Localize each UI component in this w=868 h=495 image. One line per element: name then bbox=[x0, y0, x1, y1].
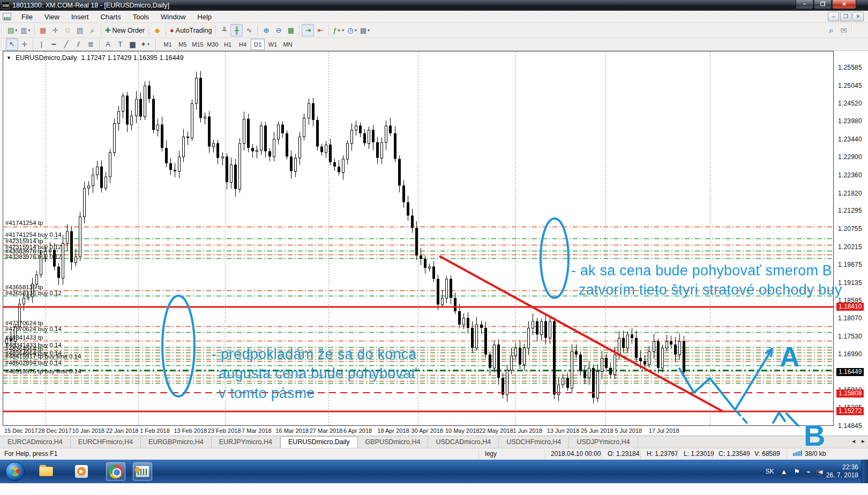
menu-charts[interactable]: Charts bbox=[94, 11, 126, 22]
tile-windows-button[interactable]: ▦ bbox=[285, 24, 297, 36]
metatrader-taskbar-icon[interactable] bbox=[133, 462, 152, 481]
dropdown-arrow-icon[interactable]: ▾ bbox=[342, 28, 344, 33]
autotrading-button[interactable]: ●AutoTrading bbox=[168, 24, 214, 36]
menu-file[interactable]: File bbox=[16, 11, 39, 22]
line-chart-button[interactable]: ∿ bbox=[243, 24, 255, 36]
market-watch-button[interactable]: ▦ bbox=[37, 24, 49, 36]
crosshair-tool[interactable]: ✛ bbox=[18, 38, 31, 50]
menu-view[interactable]: View bbox=[39, 11, 65, 22]
tab-scroll-right-icon[interactable]: ► bbox=[860, 438, 866, 444]
text-tool[interactable]: A bbox=[102, 38, 114, 50]
start-button[interactable] bbox=[5, 462, 25, 481]
timeframe-M15[interactable]: M15 bbox=[191, 39, 205, 50]
child-minimize-button[interactable]: – bbox=[828, 12, 839, 21]
price-tick: 1.25045 bbox=[838, 82, 862, 89]
date-tick: 22 May 2018 bbox=[479, 428, 513, 434]
periods-button[interactable]: ◷▾ bbox=[346, 24, 358, 36]
text-label-tool[interactable]: T bbox=[114, 38, 126, 50]
child-restore-button[interactable]: ❐ bbox=[840, 12, 851, 21]
speaker-muted-icon[interactable]: ◄⃠ bbox=[817, 468, 820, 476]
navigator-button[interactable]: ✩ bbox=[62, 24, 74, 36]
templates-button[interactable]: ▩▾ bbox=[358, 24, 371, 36]
media-player-taskbar-icon[interactable]: ▶ bbox=[72, 462, 91, 481]
close-button[interactable]: ✕ bbox=[832, 0, 856, 9]
zoom-out-button[interactable]: ⊖ bbox=[272, 24, 285, 36]
chart-shift-button[interactable]: ⇤ bbox=[314, 24, 326, 36]
autotrading-icon: ● bbox=[170, 26, 174, 34]
arrows-tool[interactable]: ✦▾ bbox=[139, 38, 151, 50]
data-window-button[interactable]: ✛ bbox=[49, 24, 62, 36]
tab-scroll-left-icon[interactable]: ◄ bbox=[851, 438, 856, 444]
tab-USDCHFmicro[interactable]: USDCHFmicro,H4 bbox=[499, 437, 569, 448]
indicators-button[interactable]: ƒ+▾ bbox=[331, 24, 346, 36]
shapes-tool[interactable]: ▆ bbox=[126, 38, 139, 50]
channel-tool[interactable]: ⫽ bbox=[72, 38, 85, 50]
menu-insert[interactable]: Insert bbox=[65, 11, 95, 22]
restore-button[interactable]: ❐ bbox=[814, 0, 832, 9]
status-segment: L: 1.23019 bbox=[684, 450, 714, 458]
action-center-flag-icon[interactable]: ⚑ bbox=[794, 468, 800, 476]
price-tick: 1.24520 bbox=[838, 100, 862, 107]
annotation-text: zatvorím tieto štyri stratové obchody bu… bbox=[579, 282, 842, 298]
price-axis[interactable]: 1.255851.250451.245201.239801.234401.229… bbox=[834, 51, 868, 436]
standard-toolbar: ▤▾▥▾▦✛✩▤⌕✚New Order◆●AutoTrading╨╫∿⊕⊖▦⇥⇤… bbox=[0, 23, 868, 38]
tab-EURJPYmicro[interactable]: EURJPYmicro,H4 bbox=[212, 437, 280, 448]
menu-window[interactable]: Window bbox=[155, 11, 191, 22]
metaeditor-button[interactable]: ◆ bbox=[151, 24, 163, 36]
auto-scroll-button[interactable]: ⇥ bbox=[302, 24, 314, 36]
language-indicator[interactable]: SK bbox=[766, 468, 774, 475]
chart-panel: ▼ EURUSDmicro,Daily 1.17247 1.17429 1.16… bbox=[0, 51, 868, 436]
chevron-down-icon[interactable]: ▼ bbox=[6, 55, 11, 61]
tile-windows-icon: ▦ bbox=[288, 26, 294, 34]
date-axis[interactable]: 15 Dec 201728 Dec 201710 Jan 201822 Jan … bbox=[0, 426, 834, 436]
tab-USDJPYmicro[interactable]: USDJPYmicro,H4 bbox=[569, 437, 638, 448]
timeframe-H1[interactable]: H1 bbox=[221, 39, 235, 50]
tab-EURGBPmicro[interactable]: EURGBPmicro,H4 bbox=[141, 437, 212, 448]
timeframe-H4[interactable]: H4 bbox=[236, 39, 250, 50]
dropdown-arrow-icon[interactable]: ▾ bbox=[368, 28, 370, 33]
dropdown-arrow-icon[interactable]: ▾ bbox=[28, 28, 31, 33]
cursor-tool[interactable]: ↖ bbox=[6, 38, 18, 50]
taskbar-clock[interactable]: 22:36 26. 7. 2018 bbox=[826, 463, 858, 479]
bar-chart-button[interactable]: ╨ bbox=[218, 24, 230, 36]
tab-EURCHFmicro[interactable]: EURCHFmicro,H4 bbox=[71, 437, 141, 448]
dropdown-arrow-icon[interactable]: ▾ bbox=[147, 42, 149, 47]
tab-EURUSDmicro[interactable]: EURUSDmicro,Daily bbox=[280, 436, 358, 448]
candlestick-chart-canvas[interactable] bbox=[0, 51, 868, 436]
terminal-button[interactable]: ▤ bbox=[74, 24, 86, 36]
explorer-taskbar-icon[interactable] bbox=[36, 462, 56, 481]
menu-help[interactable]: Help bbox=[191, 11, 218, 22]
timeframe-MN[interactable]: MN bbox=[281, 39, 295, 50]
timeframe-M1[interactable]: M1 bbox=[161, 39, 175, 50]
timeframe-M30[interactable]: M30 bbox=[206, 39, 220, 50]
trendline-tool[interactable]: ╱ bbox=[60, 38, 72, 50]
chrome-taskbar-icon[interactable] bbox=[106, 462, 125, 481]
horizontal-line-tool[interactable]: ━ bbox=[48, 38, 60, 50]
strategy-tester-button[interactable]: ⌕ bbox=[86, 24, 99, 36]
search-icon-button[interactable]: ⌕ bbox=[825, 24, 837, 36]
timeframe-D1[interactable]: D1 bbox=[251, 39, 265, 50]
dropdown-arrow-icon[interactable]: ▾ bbox=[355, 28, 357, 33]
templates-icon: ▩ bbox=[360, 26, 366, 34]
new-order-button[interactable]: ✚New Order bbox=[103, 24, 146, 36]
power-plug-icon[interactable]: ⌁ bbox=[806, 468, 811, 476]
show-desktop-button[interactable] bbox=[862, 460, 868, 483]
new-chart-button[interactable]: ▤▾ bbox=[6, 24, 19, 36]
timeframe-W1[interactable]: W1 bbox=[266, 39, 280, 50]
child-close-button[interactable]: ✕ bbox=[852, 12, 864, 21]
tab-EURCADmicro[interactable]: EURCADmicro,H4 bbox=[0, 437, 71, 448]
minimize-button[interactable]: – bbox=[796, 0, 813, 9]
tab-USDCADmicro[interactable]: USDCADmicro,H4 bbox=[428, 437, 499, 448]
vertical-line-tool[interactable]: ❘ bbox=[35, 38, 48, 50]
profiles-button[interactable]: ▥▾ bbox=[19, 24, 32, 36]
price-tick: 1.22900 bbox=[838, 153, 862, 161]
timeframe-M5[interactable]: M5 bbox=[176, 39, 190, 50]
tray-expand-icon[interactable]: ▲ bbox=[781, 468, 788, 476]
candlestick-chart-button[interactable]: ╫ bbox=[230, 24, 243, 36]
menu-tools[interactable]: Tools bbox=[127, 11, 155, 22]
zoom-in-button[interactable]: ⊕ bbox=[260, 24, 272, 36]
fibonacci-tool[interactable]: ≣ bbox=[85, 38, 97, 50]
dropdown-arrow-icon[interactable]: ▾ bbox=[15, 28, 17, 33]
tab-GBPUSDmicro[interactable]: GBPUSDmicro,H4 bbox=[358, 437, 429, 448]
community-chat-button[interactable]: ✉ bbox=[837, 24, 850, 36]
